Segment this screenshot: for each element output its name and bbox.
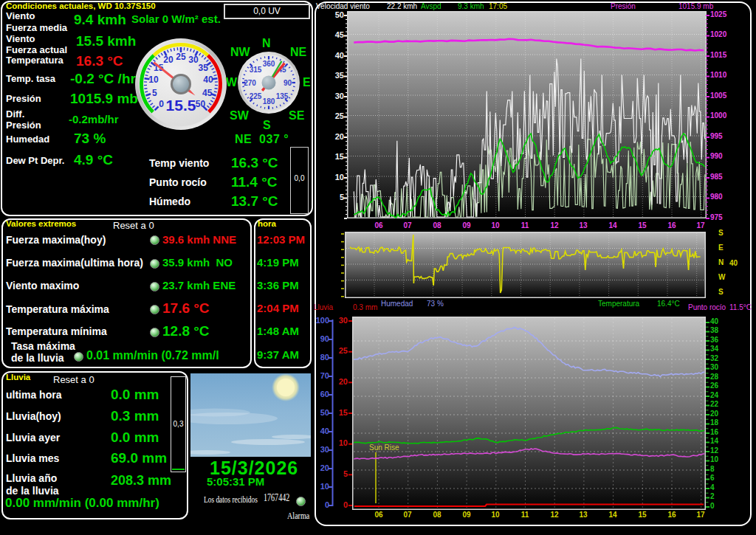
- svg-text:180: 180: [263, 97, 275, 106]
- svg-text:135: 135: [276, 92, 289, 100]
- svg-text:360: 360: [263, 60, 275, 68]
- svg-text:50: 50: [196, 99, 206, 109]
- svg-text:40: 40: [203, 75, 213, 85]
- svg-text:270: 270: [244, 79, 256, 87]
- svg-text:25: 25: [176, 52, 186, 62]
- svg-text:225: 225: [250, 92, 262, 100]
- svg-text:45: 45: [202, 88, 213, 98]
- svg-text:15.5: 15.5: [166, 97, 196, 114]
- svg-text:5: 5: [152, 88, 157, 98]
- svg-text:20: 20: [163, 55, 173, 65]
- svg-text:315: 315: [250, 66, 262, 74]
- svg-text:35: 35: [199, 63, 209, 73]
- svg-text:10: 10: [148, 75, 159, 85]
- svg-text:0: 0: [159, 99, 164, 109]
- svg-text:30: 30: [188, 55, 199, 65]
- svg-text:90: 90: [284, 79, 292, 87]
